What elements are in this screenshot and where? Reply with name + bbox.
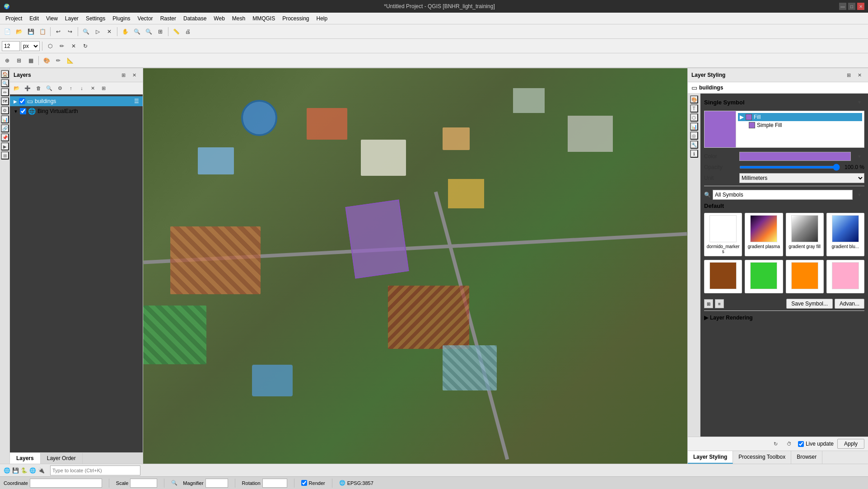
layers-tb-down[interactable]: ↓ [77,83,87,93]
tb-rotate[interactable]: ↻ [80,41,91,52]
zoom-unit-select[interactable]: px mm [21,41,40,51]
layers-tb-new[interactable]: ➕ [23,83,33,93]
symbol-dropdown-btn[interactable]: ▼ [854,97,864,107]
side-icon-7[interactable]: 🔗 [1,124,9,132]
tb-identify[interactable]: 🔍 [80,26,91,37]
symbol-card-pink[interactable] [826,260,864,293]
tb-new[interactable]: 📄 [2,26,13,37]
side-icon-4[interactable]: 🗺 [1,97,9,105]
layers-tb-up[interactable]: ↑ [66,83,76,93]
menu-layer[interactable]: Layer [61,14,82,23]
apply-button[interactable]: Apply [837,439,864,449]
live-update-checkbox[interactable] [798,441,804,447]
map-area[interactable] [143,68,687,464]
side-icon-2[interactable]: 🔍 [1,79,9,87]
advanced-button[interactable]: Advan... [835,299,864,309]
style-icon-render[interactable]: 🔧 [690,141,698,149]
tb-save-as[interactable]: 📋 [37,26,48,37]
menu-settings[interactable]: Settings [82,14,109,23]
style-icon-mask[interactable]: ◎ [690,132,698,140]
menu-help[interactable]: Help [313,14,331,23]
menu-database[interactable]: Database [180,14,210,23]
tb-pan[interactable]: ✋ [120,26,131,37]
tb-snap-1[interactable]: ⊕ [2,55,13,66]
tb-node-tool[interactable]: ⬡ [45,41,56,52]
scale-input[interactable]: 1:1275 [130,479,157,488]
tab-browser[interactable]: Browser [791,451,822,464]
tb-undo[interactable]: ↩ [53,26,64,37]
rotation-input[interactable]: 0.0 ° [262,479,287,488]
styling-close-btn[interactable]: ✕ [854,70,864,80]
maximize-button[interactable]: □ [848,3,855,10]
layers-tb-add[interactable]: 📂 [12,83,22,93]
menu-web[interactable]: Web [210,14,228,23]
layer-options-buildings[interactable]: ☰ [134,98,139,104]
tab-layer-styling[interactable]: Layer Styling [688,451,733,464]
layers-expand-btn[interactable]: ⊞ [118,70,128,80]
list-view-btn[interactable]: ≡ [715,299,724,308]
save-symbol-button[interactable]: Save Symbol... [786,299,833,309]
layers-tb-remove[interactable]: 🗑 [33,83,43,93]
layers-tb-grid[interactable]: ⊞ [98,83,108,93]
layers-close-btn[interactable]: ✕ [129,70,139,80]
opacity-slider[interactable] [739,166,840,169]
symbols-filter-btn[interactable]: ▼ [854,190,864,200]
style-icon-3d[interactable]: ⬡ [690,113,698,122]
symbol-card-gradient-blue[interactable]: gradient blu... [826,213,864,256]
tab-processing-toolbox[interactable]: Processing Toolbox [733,451,791,464]
color-picker-bar[interactable] [739,152,851,161]
menu-project[interactable]: Project [2,14,26,23]
render-checkbox[interactable] [301,480,307,486]
styling-expand-btn[interactable]: ⊞ [844,70,854,80]
side-icon-5[interactable]: ⚙ [1,106,9,114]
style-icon-paint[interactable]: 🎨 [690,95,698,103]
layer-checkbox-bing[interactable] [20,108,26,114]
tab-layers[interactable]: Layers [10,453,41,464]
menu-plugins[interactable]: Plugins [109,14,134,23]
history-btn[interactable]: ⏱ [784,439,794,449]
tb-zoom-in[interactable]: 🔍 [131,26,142,37]
tb-style-2[interactable]: ✏ [53,55,64,66]
layers-tb-close[interactable]: ✕ [88,83,98,93]
tb-snap-3[interactable]: ▦ [25,55,36,66]
symbol-tree-simple-fill[interactable]: Simple Fill [738,121,862,129]
tab-layer-order[interactable]: Layer Order [41,453,83,464]
tb-zoom-full[interactable]: ⊞ [155,26,166,37]
symbols-search-input[interactable] [713,190,853,200]
tb-select[interactable]: ▷ [92,26,103,37]
side-icon-6[interactable]: 📊 [1,115,9,123]
layer-expand-bing[interactable]: ▼ [14,109,18,114]
style-icon-metadata[interactable]: ℹ [690,150,698,158]
side-icon-1[interactable]: 🏠 [1,70,9,78]
zoom-input[interactable]: 12 [2,41,20,51]
layer-expand-buildings[interactable]: ▶ [14,99,17,104]
unit-select[interactable]: Millimeters Points Pixels [739,173,864,183]
grid-view-btn[interactable]: ⊞ [704,299,713,308]
symbol-card-gradient-gray[interactable]: gradient gray fill [786,213,824,256]
layer-item-buildings[interactable]: ▶ ▭ buildings ☰ [10,96,143,106]
tb-print[interactable]: 🖨 [182,26,193,37]
tb-deselect[interactable]: ✕ [104,26,115,37]
color-dropdown-btn[interactable]: ▼ [854,151,864,161]
tb-snap-2[interactable]: ⊞ [14,55,24,66]
coordinate-input[interactable]: 13472277.6, 1642440.7 [30,479,102,488]
symbol-tree-fill[interactable]: ▶ Fill [738,113,862,121]
menu-mesh[interactable]: Mesh [229,14,249,23]
minimize-button[interactable]: — [839,3,846,10]
side-icon-3[interactable]: ✏ [1,88,9,96]
layers-tb-filter[interactable]: 🔍 [44,83,54,93]
menu-processing[interactable]: Processing [279,14,313,23]
menu-view[interactable]: View [42,14,61,23]
menu-raster[interactable]: Raster [157,14,180,23]
side-icon-8[interactable]: 📌 [1,133,9,141]
tb-open[interactable]: 📂 [14,26,24,37]
style-icon-diagram[interactable]: 📊 [690,122,698,131]
tb-style-1[interactable]: 🎨 [41,55,52,66]
layer-rendering-header[interactable]: ▶ Layer Rendering [704,314,864,322]
menu-edit[interactable]: Edit [26,14,42,23]
tb-delete[interactable]: ✕ [68,41,79,52]
side-icon-9[interactable]: ▶ [1,142,9,150]
magnifier-input[interactable]: 100% [205,479,228,488]
tb-zoom-out[interactable]: 🔍 [143,26,154,37]
tb-edit-node[interactable]: ✏ [56,41,67,52]
